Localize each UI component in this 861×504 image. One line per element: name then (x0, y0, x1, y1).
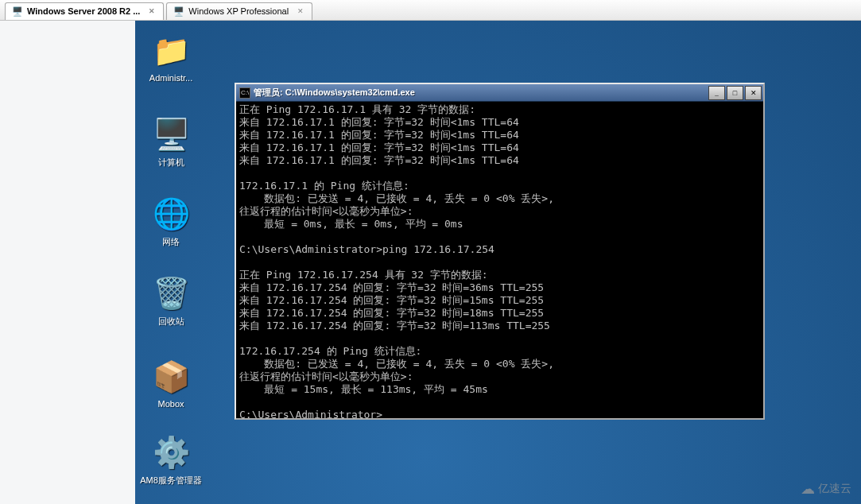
desktop-icon[interactable]: 🌐网络 (139, 195, 203, 248)
tab-label: Windows Server 2008 R2 ... (27, 6, 140, 16)
cmd-titlebar[interactable]: C:\ 管理员: C:\Windows\system32\cmd.exe _ □… (236, 84, 763, 102)
minimize-button[interactable]: _ (708, 86, 725, 100)
desktop-icons-column: 📁Administr...🖥️计算机🌐网络🗑️回收站📦Mobox⚙️AM8服务管… (135, 21, 207, 504)
maximize-button[interactable]: □ (727, 86, 743, 100)
tab-winxp[interactable]: 🖥️ Windows XP Professional ✕ (166, 2, 312, 20)
cloud-icon: ☁ (801, 480, 815, 498)
cmd-window[interactable]: C:\ 管理员: C:\Windows\system32\cmd.exe _ □… (235, 83, 765, 420)
vm-tabbar: 🖥️ Windows Server 2008 R2 ... ✕ 🖥️ Windo… (0, 0, 861, 21)
tab-server2008[interactable]: 🖥️ Windows Server 2008 R2 ... ✕ (5, 2, 164, 20)
tab-label: Windows XP Professional (188, 6, 289, 16)
vm-viewport: 📁Administr...🖥️计算机🌐网络🗑️回收站📦Mobox⚙️AM8服务管… (0, 21, 861, 504)
desktop-icon[interactable]: 🗑️回收站 (139, 274, 203, 328)
cmd-output[interactable]: 正在 Ping 172.16.17.1 具有 32 字节的数据: 来自 172.… (236, 102, 763, 418)
icon-label: AM8服务管理器 (139, 475, 203, 487)
icon-label: 网络 (139, 236, 203, 248)
app-icon: ⚙️ (152, 433, 190, 471)
window-buttons: _ □ ✕ (707, 86, 762, 100)
desktop-icon[interactable]: 📁Administr... (139, 32, 203, 83)
close-button[interactable]: ✕ (745, 86, 762, 100)
app-icon: 📁 (152, 32, 190, 70)
cmd-title-text: 管理员: C:\Windows\system32\cmd.exe (254, 87, 707, 99)
watermark: ☁ 亿速云 (801, 480, 851, 498)
app-icon: 🗑️ (152, 274, 190, 312)
icon-label: 回收站 (139, 316, 203, 328)
desktop-icon[interactable]: ⚙️AM8服务管理器 (139, 433, 203, 487)
monitor-icon: 🖥️ (12, 6, 23, 17)
app-icon: 📦 (152, 358, 190, 396)
icon-label: Mobox (139, 399, 203, 409)
app-icon: 🌐 (152, 195, 190, 233)
desktop-icon[interactable]: 🖥️计算机 (139, 115, 203, 169)
watermark-text: 亿速云 (818, 482, 851, 496)
monitor-icon: 🖥️ (173, 6, 184, 17)
close-icon[interactable]: ✕ (147, 7, 157, 15)
app-icon: 🖥️ (152, 115, 190, 153)
close-icon[interactable]: ✕ (296, 7, 305, 15)
desktop-icon[interactable]: 📦Mobox (139, 358, 203, 409)
cmd-icon: C:\ (239, 87, 250, 99)
icon-label: Administr... (139, 73, 203, 83)
icon-label: 计算机 (139, 157, 203, 169)
